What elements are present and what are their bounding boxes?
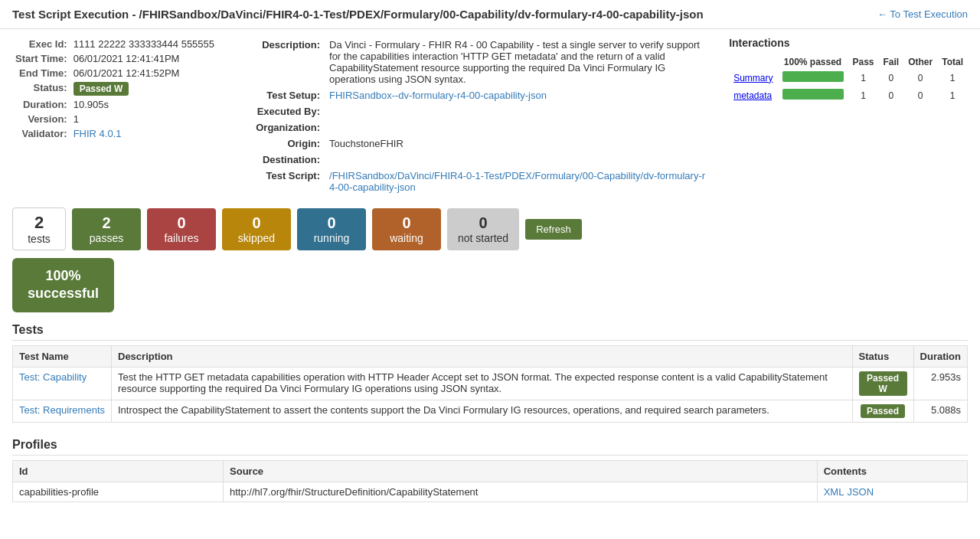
- destination-label: Destination:: [233, 152, 325, 168]
- back-link[interactable]: ← To Test Execution: [877, 8, 968, 20]
- tests-col-status: Status: [852, 345, 913, 367]
- stat-waiting-box: 0 waiting: [372, 208, 441, 250]
- total-val: 1: [937, 87, 968, 104]
- success-label: successful: [28, 286, 99, 301]
- test-name-link[interactable]: Test: Requirements: [19, 404, 105, 416]
- profile-source: http://hl7.org/fhir/StructureDefinition/…: [224, 482, 818, 501]
- desc-label: Description:: [233, 37, 325, 87]
- stat-passes-box: 2 passes: [72, 208, 141, 250]
- tests-col-duration: Duration: [913, 345, 967, 367]
- not-started-label: not started: [458, 232, 508, 244]
- desc-text: Da Vinci - Formulary - FHIR R4 - 00 Capa…: [325, 37, 714, 87]
- info-section: Exec Id: 1111 22222 333333444 555555 Sta…: [12, 37, 968, 195]
- stat-running-box: 0 running: [297, 208, 366, 250]
- stat-not-started-box: 0 not started: [447, 208, 519, 250]
- organization-value: [325, 119, 714, 136]
- col-passed-header: 100% passed: [778, 55, 848, 69]
- start-time-label: Start Time:: [12, 51, 70, 66]
- duration-label: Duration:: [12, 97, 70, 112]
- version-label: Version:: [12, 112, 70, 126]
- profiles-table: Id Source Contents capabilities-profileh…: [12, 460, 968, 502]
- destination-value: [325, 152, 714, 168]
- tests-label: tests: [24, 233, 54, 245]
- profiles-col-id: Id: [13, 460, 224, 482]
- test-setup-cell: FHIRSandbox--dv-formulary-r4-00-capabili…: [325, 87, 714, 103]
- version-value: 1: [70, 112, 217, 126]
- profile-id: capabilities-profile: [13, 482, 224, 501]
- refresh-button[interactable]: Refresh: [525, 219, 582, 240]
- interaction-bar-cell: [778, 87, 848, 104]
- waiting-num: 0: [383, 214, 430, 232]
- stat-skipped-box: 0 skipped: [222, 208, 291, 250]
- col-name-header: [729, 55, 777, 69]
- test-duration: 5.088s: [913, 400, 967, 422]
- interaction-name-link[interactable]: metadata: [733, 90, 772, 101]
- profiles-col-source: Source: [224, 460, 818, 482]
- waiting-label: waiting: [390, 232, 423, 244]
- duration-value: 10.905s: [70, 97, 217, 112]
- total-val: 1: [937, 69, 968, 87]
- start-time-value: 06/01/2021 12:41:41PM: [70, 51, 217, 66]
- col-total-header: Total: [937, 55, 968, 69]
- validator-label: Validator:: [12, 126, 70, 141]
- interactions-table: 100% passed Pass Fail Other Total Summar…: [729, 55, 968, 104]
- failures-label: failures: [164, 232, 198, 244]
- interaction-name-link[interactable]: Summary: [733, 73, 773, 83]
- fail-val: 0: [879, 87, 904, 104]
- col-other-header: Other: [903, 55, 937, 69]
- profiles-section-title: Profiles: [12, 438, 968, 456]
- success-pct: 100%: [46, 268, 81, 283]
- exec-id-value: 1111 22222 333333444 555555: [70, 37, 217, 51]
- test-status-cell: Passed W: [852, 367, 913, 400]
- interactions-title: Interactions: [729, 37, 968, 49]
- executed-by-label: Executed By:: [233, 103, 325, 119]
- passes-num: 2: [83, 214, 130, 232]
- profile-contents: XMLJSON: [817, 482, 967, 501]
- test-script-cell: /FHIRSandbox/DaVinci/FHIR4-0-1-Test/PDEX…: [325, 168, 714, 195]
- validator-link[interactable]: FHIR 4.0.1: [74, 128, 122, 139]
- col-fail-header: Fail: [879, 55, 904, 69]
- tests-col-name: Test Name: [13, 345, 112, 367]
- running-num: 0: [308, 214, 355, 232]
- test-setup-label: Test Setup:: [233, 87, 325, 103]
- end-time-label: End Time:: [12, 66, 70, 80]
- test-script-link[interactable]: /FHIRSandbox/DaVinci/FHIR4-0-1-Test/PDEX…: [329, 170, 705, 193]
- main-content: Exec Id: 1111 22222 333333444 555555 Sta…: [0, 29, 980, 510]
- end-time-value: 06/01/2021 12:41:52PM: [70, 66, 217, 80]
- test-name-link[interactable]: Test: Capability: [19, 371, 87, 383]
- origin-value: TouchstoneFHIR: [325, 136, 714, 152]
- interactions-section: Interactions 100% passed Pass Fail Other…: [729, 37, 968, 195]
- profile-link-json[interactable]: JSON: [847, 486, 874, 498]
- running-label: running: [314, 232, 350, 244]
- profile-link-xml[interactable]: XML: [824, 486, 844, 498]
- passes-label: passes: [90, 232, 123, 244]
- success-badge-container: 100% successful: [12, 258, 968, 312]
- profiles-row: capabilities-profilehttp://hl7.org/fhir/…: [13, 482, 968, 501]
- interaction-row: Summary1001: [729, 69, 968, 87]
- other-val: 0: [903, 69, 937, 87]
- tests-section-title: Tests: [12, 323, 968, 341]
- tests-col-description: Description: [112, 345, 853, 367]
- test-description: Introspect the CapabilityStatement to as…: [112, 400, 853, 422]
- exec-id-label: Exec Id:: [12, 37, 70, 51]
- skipped-label: skipped: [238, 232, 275, 244]
- tests-table: Test Name Description Status Duration Te…: [12, 345, 968, 423]
- stat-failures-box: 0 failures: [147, 208, 216, 250]
- pass-val: 1: [848, 87, 879, 104]
- test-setup-link[interactable]: FHIRSandbox--dv-formulary-r4-00-capabili…: [329, 90, 547, 101]
- not-started-num: 0: [458, 214, 508, 232]
- pass-val: 1: [848, 69, 879, 87]
- status-cell: Passed W: [70, 80, 217, 97]
- other-val: 0: [903, 87, 937, 104]
- stats-row: 2 tests 2 passes 0 failures 0 skipped 0 …: [12, 207, 968, 250]
- validator-cell: FHIR 4.0.1: [70, 126, 217, 141]
- interaction-bar-cell: [778, 69, 848, 87]
- organization-label: Organization:: [233, 119, 325, 136]
- col-pass-header: Pass: [848, 55, 879, 69]
- exec-info: Exec Id: 1111 22222 333333444 555555 Sta…: [12, 37, 217, 195]
- stat-tests-box: 2 tests: [12, 207, 66, 250]
- test-name-cell: Test: Capability: [13, 367, 112, 400]
- table-row: Test: RequirementsIntrospect the Capabil…: [13, 400, 968, 422]
- profiles-col-contents: Contents: [817, 460, 967, 482]
- table-row: Test: CapabilityTest the HTTP GET metada…: [13, 367, 968, 400]
